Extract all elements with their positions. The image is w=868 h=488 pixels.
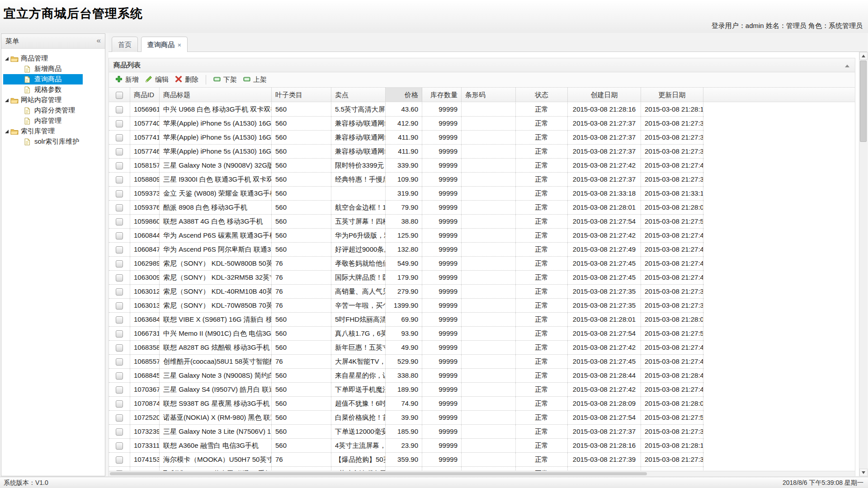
table-row[interactable]: 1063009索尼（SONY） KDL-32RM5B 32英寸76国际大牌品质！… [109,271,704,285]
column-header-product-id[interactable]: 商品ID [130,88,160,102]
folder-icon [10,55,19,62]
row-checkbox[interactable] [116,344,123,352]
column-header-barcode[interactable]: 条形码 [462,88,516,102]
table-row[interactable]: 1059376酷派 8908 白色 移动3G手机560航空合金边框！1379.9… [109,201,704,215]
table-row[interactable]: 1063684联想 VIBE X (S968T) 16G 清新白 移动5605吋… [109,313,704,327]
column-header-category[interactable]: 叶子类目 [272,88,331,102]
row-checkbox[interactable] [116,190,123,197]
table-row[interactable]: 1063013索尼（SONY） KDL-70W850B 70英寸76辛苦一年啦，… [109,299,704,313]
table-row[interactable]: 1068845三星 Galaxy Note 3 (N9008S) 简约白560来… [109,369,704,383]
table-row[interactable]: 1058157三星 Galaxy Note 3 (N9008V) 32G版560… [109,159,704,173]
tree-folder-index-manage[interactable]: 索引库管理 [3,126,83,136]
tree-folder-site-content-manage[interactable]: 网站内容管理 [3,95,83,105]
cell-sell-point: 5英寸高清晰大屏 [331,467,386,471]
row-checkbox[interactable] [116,120,123,127]
row-checkbox[interactable] [116,162,123,169]
tree-expand-icon[interactable] [3,99,10,102]
on-shelf-button[interactable]: 上架 [240,74,270,85]
row-checkbox[interactable] [116,316,123,324]
row-checkbox[interactable] [116,204,123,211]
cell-category: 560 [272,201,331,214]
table-row[interactable]: 1070367三星 Galaxy S4 (I9507V) 皓月白 联通560下单… [109,383,704,397]
row-checkbox[interactable] [116,358,123,366]
vertical-scrollbar-thumb[interactable] [860,61,867,142]
table-row[interactable]: 1058809三星 I9300I 白色 联通3G手机 双卡双560经典特惠！手慢… [109,173,704,187]
table-row[interactable]: 1070874联想 S938T 8G 星夜黑 移动3G手机 双560超值不犹豫！… [109,397,704,411]
cell-product-id: 1057746 [130,145,160,158]
row-checkbox[interactable] [116,372,123,380]
off-shelf-button[interactable]: 下架 [210,74,240,85]
row-checkbox[interactable] [116,176,123,183]
cell-product-id: 1063684 [130,313,160,326]
column-header-stock[interactable]: 库存数量 [422,88,462,102]
row-checkbox[interactable] [116,442,123,450]
table-row[interactable]: 1072520诺基亚(NOKIA) X (RM-980) 黑色 联通560白菜价… [109,411,704,425]
row-checkbox[interactable] [116,260,123,267]
row-checkbox[interactable] [116,456,123,464]
row-checkbox[interactable] [116,302,123,310]
sidebar-item-spec-params[interactable]: 规格参数 [3,84,83,95]
table-row[interactable]: 1059860联想 A388T 4G 白色 移动3G手机560五英寸屏幕！四核3… [109,215,704,229]
sidebar-item-query-goods[interactable]: 查询商品 [3,74,83,84]
table-row[interactable]: 1059373金立 天鉴 (W808) 荣耀金 联通3G手机560319.909… [109,187,704,201]
table-row[interactable]: 1075215飞利浦 (W3500) 蔓青黑 联通3G手机5605英寸高清晰大屏… [109,467,704,471]
select-all-checkbox[interactable] [116,92,123,99]
tree-node-label: 内容分类管理 [34,106,75,115]
vertical-scrollbar[interactable] [859,52,867,476]
column-header-updated[interactable]: 更新日期 [641,88,703,102]
table-row[interactable]: 1060844华为 Ascend P6S 碳素黑 联通3G手机560华为P6升级… [109,229,704,243]
sidebar-item-solr-index-maintain[interactable]: solr索引库维护 [3,136,83,147]
table-row[interactable]: 1062989索尼（SONY） KDL-50W800B 50英寸76孝敬爸妈就给… [109,257,704,271]
add-button[interactable]: 新增 [112,74,142,85]
table-row[interactable]: 1057741苹果(Apple) iPhone 5s (A1530) 16GB5… [109,131,704,145]
row-checkbox[interactable] [116,386,123,394]
tree-node-label: solr索引库维护 [34,137,79,146]
tab-query-goods[interactable]: 查询商品× [141,37,188,52]
table-row[interactable]: 1057746苹果(Apple) iPhone 5s (A1530) 16GB5… [109,145,704,159]
row-checkbox[interactable] [116,414,123,422]
row-checkbox[interactable] [116,134,123,141]
sidebar-item-content-category-manage[interactable]: 内容分类管理 [3,105,83,116]
horizontal-scrollbar-thumb[interactable] [110,472,647,475]
table-row[interactable]: 1060847华为 Ascend P6S 阿尔卑斯白 联通3G560好评超过90… [109,243,704,257]
tree-expand-icon[interactable] [3,130,10,133]
horizontal-scrollbar[interactable] [109,471,855,476]
column-header-created[interactable]: 创建日期 [568,88,641,102]
row-checkbox[interactable] [116,400,123,408]
table-row[interactable]: 1066731中兴 Memo II (M901C) 白色 电信3G560真八核1… [109,327,704,341]
table-row[interactable]: 1073311联想 A360e 融雪白 电信3G手机5604英寸主流屏幕，23.… [109,439,704,453]
tab-close-icon[interactable]: × [178,42,181,48]
table-row[interactable]: 1063012索尼（SONY） KDL-40RM10B 40英寸76高销量、高人… [109,285,704,299]
sidebar-item-content-manage[interactable]: 内容管理 [3,116,83,126]
column-header-title[interactable]: 商品标题 [160,88,272,102]
table-row[interactable]: 1057740苹果(Apple) iPhone 5s (A1530) 16GB5… [109,117,704,131]
scroll-up-icon[interactable] [859,52,868,60]
sidebar-collapse-icon[interactable]: « [97,34,101,47]
table-row[interactable]: 1068358联想 A828T 8G 炫酷银 移动3G手机560新年巨惠！五英寸… [109,341,704,355]
cell-category: 560 [272,369,331,382]
edit-button[interactable]: 编辑 [142,74,172,85]
row-checkbox[interactable] [116,106,123,113]
row-checkbox[interactable] [116,246,123,253]
tree-folder-goods-manage[interactable]: 商品管理 [3,53,83,64]
row-checkbox[interactable] [116,330,123,338]
table-row[interactable]: 1074153海尔模卡（MOOKA）U50H7 50英寸安76【爆品抢购】50英… [109,453,704,467]
row-checkbox[interactable] [116,232,123,239]
row-checkbox[interactable] [116,148,123,155]
sidebar-item-add-goods[interactable]: 新增商品 [3,64,83,74]
scroll-down-icon[interactable] [859,469,868,476]
column-header-sell-point[interactable]: 卖点 [331,88,386,102]
tree-expand-icon[interactable] [3,57,10,61]
row-checkbox[interactable] [116,274,123,282]
column-header-status[interactable]: 状态 [516,88,568,102]
table-row[interactable]: 1068557创维酷开(coocaa)58U1 58英寸智能酷76大屏4K智能T… [109,355,704,369]
column-header-price[interactable]: 价格 [386,88,422,102]
row-checkbox[interactable] [116,428,123,436]
row-checkbox[interactable] [116,288,123,296]
row-checkbox[interactable] [116,218,123,225]
delete-button[interactable]: 删除 [172,74,202,85]
table-row[interactable]: 1056961中兴 U968 白色 移动3G手机 双卡双待5605.5英寸高清大… [109,103,704,117]
table-row[interactable]: 1073239三星 Galaxy Note 3 Lite (N7506V) 16… [109,425,704,439]
tab-home[interactable]: 首页 [112,37,138,52]
panel-collapse-icon[interactable] [844,62,851,70]
